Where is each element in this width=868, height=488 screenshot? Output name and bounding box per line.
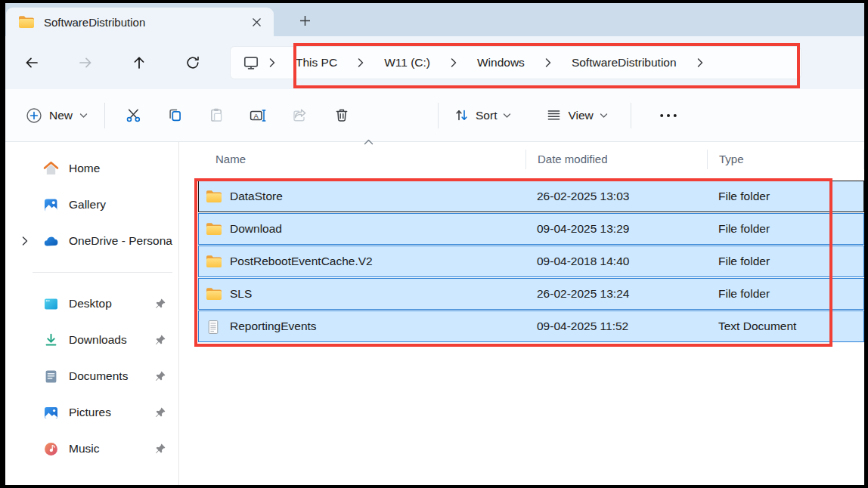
file-type: File folder [718, 255, 863, 268]
breadcrumb-chevron-icon[interactable] [544, 57, 552, 68]
file-date-modified: 09-04-2025 11:52 [537, 320, 718, 333]
sort-button-label: Sort [476, 109, 497, 122]
new-tab-button[interactable] [293, 9, 316, 32]
file-name: DataStore [230, 190, 537, 203]
gallery-icon [43, 197, 59, 213]
folder-icon [18, 15, 35, 29]
copy-button[interactable] [154, 100, 196, 131]
cut-button[interactable] [113, 100, 154, 131]
sidebar-item-home[interactable]: Home [13, 154, 174, 183]
more-options-button[interactable] [648, 100, 690, 131]
file-row[interactable]: SLS 26-02-2025 13:24 File folder [198, 278, 864, 310]
file-row[interactable]: PostRebootEventCache.V2 09-04-2018 14:40… [198, 246, 864, 277]
sidebar-pinned-list: Desktop Downloads Documents Pictures Mus… [5, 289, 178, 463]
tab-softwaredistribution[interactable]: SoftwareDistribution [6, 8, 274, 36]
sort-button[interactable]: Sort [446, 101, 519, 129]
sidebar-top-list: Home Gallery OneDrive - Persona [5, 154, 178, 255]
chevron-down-icon [503, 113, 511, 119]
main-area: Home Gallery OneDrive - Persona Desktop … [5, 142, 864, 485]
folder-icon [206, 222, 222, 236]
sidebar-item-desktop[interactable]: Desktop [13, 289, 174, 318]
sidebar-item-label: Music [69, 442, 154, 456]
file-type: File folder [718, 287, 863, 301]
sidebar-item-music[interactable]: Music [13, 434, 174, 463]
breadcrumb-softwaredistribution[interactable]: SoftwareDistribution [556, 51, 692, 74]
view-lines-icon [546, 107, 562, 123]
file-name: ReportingEvents [230, 320, 537, 333]
home-icon [43, 161, 59, 177]
pin-icon [154, 298, 166, 310]
folder-icon [206, 255, 222, 268]
file-date-modified: 26-02-2025 13:24 [537, 287, 718, 301]
address-bar[interactable]: This PC W11 (C:) Windows SoftwareDistrib… [230, 46, 801, 79]
sidebar-item-onedrive-persona[interactable]: OneDrive - Persona [13, 227, 174, 255]
breadcrumb-chevron-icon[interactable] [357, 57, 364, 68]
onedrive-icon [43, 233, 59, 249]
tab-title: SoftwareDistribution [44, 16, 246, 29]
breadcrumb-chevron-icon[interactable] [696, 57, 704, 68]
tab-close-icon[interactable] [246, 12, 266, 32]
plus-circle-icon [26, 107, 42, 124]
new-button-label: New [49, 109, 73, 122]
pin-icon [154, 406, 166, 419]
delete-button[interactable] [321, 100, 362, 131]
refresh-button[interactable] [176, 48, 209, 78]
this-pc-monitor-icon[interactable] [238, 55, 264, 70]
breadcrumb-windows[interactable]: Windows [462, 51, 540, 74]
breadcrumb-chevron-icon[interactable] [268, 57, 276, 68]
view-button[interactable]: View [538, 101, 615, 129]
sidebar-separator [33, 272, 172, 273]
sidebar-item-label: Desktop [69, 297, 154, 310]
toolbar-separator [104, 103, 105, 128]
breadcrumb-this-pc[interactable]: This PC [281, 51, 352, 74]
up-button[interactable] [122, 48, 156, 78]
downloads-icon [43, 332, 59, 348]
sidebar-item-gallery[interactable]: Gallery [13, 190, 174, 219]
sidebar-item-documents[interactable]: Documents [13, 362, 174, 391]
pictures-icon [43, 405, 59, 421]
forward-button[interactable] [69, 48, 102, 78]
rename-button[interactable]: A [237, 100, 279, 131]
column-header-date-modified[interactable]: Date modified [525, 150, 707, 169]
new-button[interactable]: New [17, 101, 97, 130]
chevron-down-icon [600, 113, 608, 119]
breadcrumb-chevron-icon[interactable] [450, 57, 457, 68]
file-name: SLS [230, 287, 537, 301]
sidebar-item-downloads[interactable]: Downloads [13, 326, 174, 354]
paste-button[interactable] [196, 100, 237, 131]
pin-icon [154, 443, 166, 455]
music-icon [43, 441, 59, 457]
sidebar-item-label: Documents [69, 369, 154, 383]
svg-text:A: A [254, 111, 259, 119]
sidebar-item-label: Downloads [69, 333, 154, 347]
sidebar-item-label: OneDrive - Persona [69, 234, 174, 248]
file-row[interactable]: DataStore 26-02-2025 13:03 File folder [198, 181, 864, 212]
column-header-type[interactable]: Type [707, 150, 864, 169]
file-name: Download [230, 222, 537, 236]
toolbar-separator [631, 103, 631, 128]
column-header-row: Name Date modified Type [179, 142, 864, 177]
folder-icon [206, 287, 222, 301]
documents-icon [43, 369, 59, 385]
desktop-icon [43, 296, 59, 312]
sidebar-item-pictures[interactable]: Pictures [13, 398, 174, 427]
back-button[interactable] [15, 48, 48, 78]
command-toolbar: New A Sort View [5, 89, 864, 142]
sort-arrows-icon [454, 107, 470, 123]
file-type: File folder [718, 222, 863, 236]
share-button[interactable] [279, 100, 321, 131]
text-document-icon [206, 320, 222, 333]
file-row[interactable]: Download 09-04-2025 13:29 File folder [198, 213, 864, 245]
sidebar-item-label: Pictures [69, 406, 154, 419]
breadcrumb-drive-c[interactable]: W11 (C:) [369, 51, 445, 74]
file-row[interactable]: ReportingEvents 09-04-2025 11:52 Text Do… [198, 310, 864, 342]
tab-bar: SoftwareDistribution [5, 3, 864, 36]
navigation-bar: This PC W11 (C:) Windows SoftwareDistrib… [5, 36, 864, 89]
sort-ascending-icon [364, 139, 374, 145]
pin-icon [154, 370, 166, 382]
file-type: Text Document [718, 320, 863, 333]
chevron-right-icon[interactable] [19, 235, 31, 247]
column-header-name[interactable]: Name [215, 150, 525, 169]
toolbar-separator [438, 103, 439, 128]
file-date-modified: 26-02-2025 13:03 [537, 190, 718, 203]
